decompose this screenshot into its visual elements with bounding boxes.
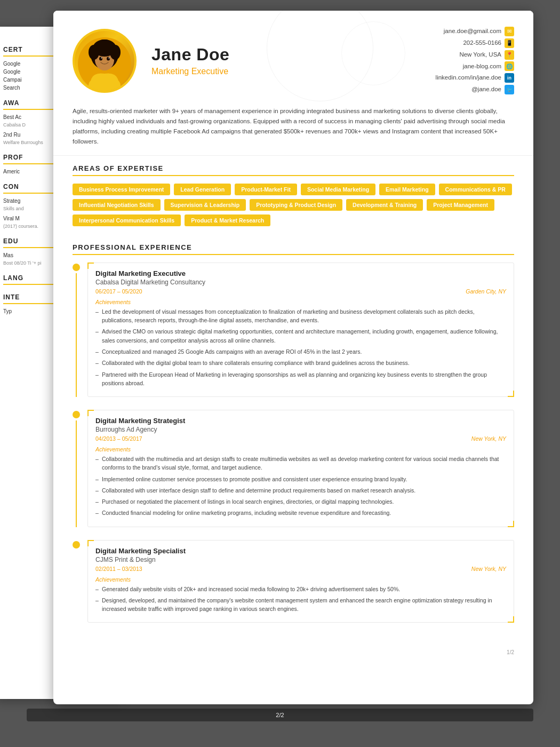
exp-bullet: Collaborated with user interface design … xyxy=(95,486,506,495)
exp-date: 02/2011 – 03/2013 xyxy=(95,566,142,572)
skill-tag: Lead Generation xyxy=(174,184,231,195)
avatar-inner xyxy=(75,31,134,91)
skill-tag: Interpersonal Communication Skills xyxy=(73,214,181,226)
skills-container: Business Process ImprovementLead Generat… xyxy=(73,184,514,226)
linkedin-icon: in xyxy=(505,73,514,83)
main-resume-page: Jane Doe Marketing Executive jane.doe@gm… xyxy=(53,11,533,704)
exp-meta: 02/2011 – 03/2013New York, NY xyxy=(95,566,506,572)
expertise-section-title: AREAS OF EXPERTISE xyxy=(73,164,514,176)
skill-tag: Development & Training xyxy=(346,199,423,211)
skill-tag: Prototyping & Product Design xyxy=(250,199,342,211)
exp-bullet: Partnered with the European Head of Mark… xyxy=(95,370,506,388)
contact-linkedin-row: linkedin.com/in/jane.doe in xyxy=(436,72,514,84)
exp-achievements-label: Achievements xyxy=(95,446,506,452)
exp-meta: 04/2013 – 05/2017New York, NY xyxy=(95,435,506,442)
exp-company: CJMS Print & Design xyxy=(95,556,506,563)
exp-bullet: Generated daily website visits of 20k+ a… xyxy=(95,585,506,593)
experience-item: Digital Marketing StrategistBurroughs Ad… xyxy=(73,410,514,527)
website-icon: 🌐 xyxy=(505,61,514,71)
page-number: 1/2 xyxy=(53,644,533,664)
second-page-number: 2/2 xyxy=(27,709,533,721)
contact-website-text: jane-blog.com xyxy=(463,61,501,73)
exp-bullet: Led the development of visual messages f… xyxy=(95,307,506,325)
summary-text: Agile, results-oriented marketer with 9+… xyxy=(73,106,514,147)
experience-item: Digital Marketing SpecialistCJMS Print &… xyxy=(73,540,514,623)
exp-job-title: Digital Marketing Specialist xyxy=(95,547,506,555)
exp-dot xyxy=(73,541,80,549)
exp-bracket-br xyxy=(508,521,514,527)
contact-phone-row: 202-555-0166 📱 xyxy=(436,37,514,49)
skill-tag: Influential Negotiation Skills xyxy=(73,199,161,211)
exp-job-title: Digital Marketing Strategist xyxy=(95,417,506,425)
exp-content: Digital Marketing StrategistBurroughs Ad… xyxy=(87,410,514,527)
skill-tag: Product-Market Fit xyxy=(235,184,297,195)
exp-dot xyxy=(73,264,80,271)
exp-dot-col xyxy=(73,410,80,527)
skill-tag: Business Process Improvement xyxy=(73,184,170,195)
avatar xyxy=(73,29,137,93)
name-title-block: Jane Doe Marketing Executive xyxy=(151,45,436,76)
exp-bullet: Conducted financial modeling for online … xyxy=(95,508,506,517)
exp-bullet: Designed, developed, and maintained the … xyxy=(95,596,506,614)
skill-tag: Social Media Marketing xyxy=(301,184,375,195)
exp-bracket-br xyxy=(508,616,514,623)
exp-location: New York, NY xyxy=(471,435,506,442)
expertise-section: AREAS OF EXPERTISE Business Process Impr… xyxy=(53,156,533,235)
contact-phone-text: 202-555-0166 xyxy=(463,37,501,49)
exp-dot-col xyxy=(73,540,80,623)
exp-company: Cabalsa Digital Marketing Consultancy xyxy=(95,279,506,286)
exp-date: 06/2017 – 05/2020 xyxy=(95,288,142,295)
contact-location-text: New York, USA xyxy=(459,49,501,61)
exp-bracket-br xyxy=(508,391,514,397)
full-name: Jane Doe xyxy=(151,45,436,65)
exp-content: Digital Marketing ExecutiveCabalsa Digit… xyxy=(87,263,514,397)
experience-item: Digital Marketing ExecutiveCabalsa Digit… xyxy=(73,263,514,397)
twitter-icon: 🐦 xyxy=(505,85,514,94)
contact-website-row: jane-blog.com 🌐 xyxy=(436,61,514,73)
svg-point-5 xyxy=(110,45,121,60)
exp-bullet: Implemented online customer service proc… xyxy=(95,475,506,483)
exp-bracket-tl xyxy=(87,263,94,269)
skill-tag: Supervision & Leadership xyxy=(164,199,246,211)
exp-meta: 06/2017 – 05/2020Garden City, NY xyxy=(95,288,506,295)
exp-dot-col xyxy=(73,263,80,397)
exp-date: 04/2013 – 05/2017 xyxy=(95,435,142,442)
exp-location: New York, NY xyxy=(471,566,506,572)
exp-bullet: Purchased or negotiated the placement of… xyxy=(95,497,506,506)
exp-job-title: Digital Marketing Executive xyxy=(95,269,506,277)
contact-email-text: jane.doe@gmail.com xyxy=(444,26,501,37)
svg-point-7 xyxy=(99,57,102,60)
exp-bullet: Collaborated with the digital global tea… xyxy=(95,359,506,367)
skill-tag: Communications & PR xyxy=(439,184,512,195)
exp-bracket-tl xyxy=(87,410,94,416)
exp-timeline-line xyxy=(76,273,77,397)
experience-section: PROFESSIONAL EXPERIENCE Digital Marketin… xyxy=(53,235,533,645)
svg-point-8 xyxy=(107,57,110,60)
exp-company: Burroughs Ad Agency xyxy=(95,426,506,433)
exp-bullet: Advised the CMO on various strategic dig… xyxy=(95,327,506,345)
svg-point-10 xyxy=(109,57,110,58)
job-title: Marketing Executive xyxy=(151,67,436,76)
exp-bullet: Collaborated with the multimedia and art… xyxy=(95,455,506,472)
exp-location: Garden City, NY xyxy=(466,288,506,295)
experience-section-title: PROFESSIONAL EXPERIENCE xyxy=(73,243,514,255)
skill-tag: Email Marketing xyxy=(379,184,435,195)
email-icon: ✉ xyxy=(505,27,514,36)
exp-timeline-line xyxy=(76,420,77,527)
exp-achievements-label: Achievements xyxy=(95,299,506,305)
exp-bracket-tl xyxy=(87,540,94,546)
summary-section: Agile, results-oriented marketer with 9+… xyxy=(53,106,533,156)
svg-point-4 xyxy=(89,45,99,60)
skill-tag: Product & Market Research xyxy=(185,214,270,226)
svg-point-9 xyxy=(101,57,102,58)
contact-email-row: jane.doe@gmail.com ✉ xyxy=(436,26,514,37)
page-wrapper: CERTGoogleGoogleCampaiSearchAWABest AcCa… xyxy=(27,11,533,721)
contact-linkedin-text: linkedin.com/in/jane.doe xyxy=(436,72,501,84)
contact-twitter-text: @jane.doe xyxy=(471,84,501,96)
exp-dot xyxy=(73,411,80,418)
exp-content: Digital Marketing SpecialistCJMS Print &… xyxy=(87,540,514,623)
location-icon: 📍 xyxy=(505,50,514,60)
contact-info: jane.doe@gmail.com ✉ 202-555-0166 📱 New … xyxy=(436,26,514,96)
skill-tag: Project Management xyxy=(427,199,494,211)
exp-bullet: Conceptualized and managed 25 Google Ads… xyxy=(95,347,506,356)
